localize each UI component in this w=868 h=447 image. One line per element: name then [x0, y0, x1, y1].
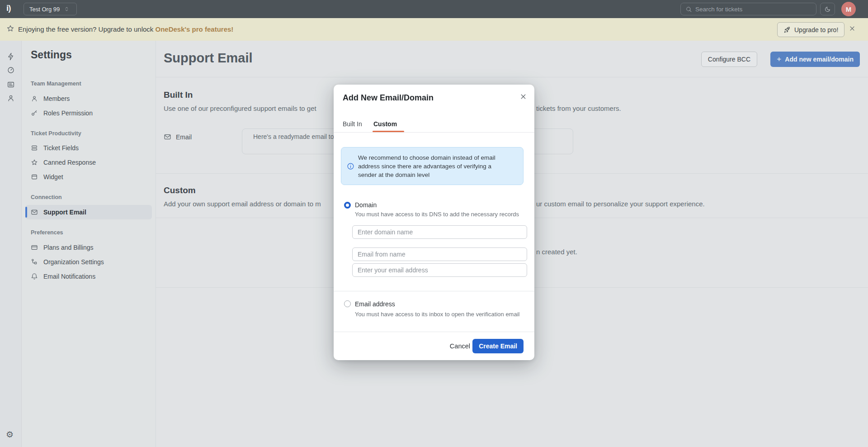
recommendation-text: We recommend to choose domain instead of…: [358, 153, 496, 179]
email-from-name-input[interactable]: [352, 247, 527, 261]
domain-option-label: Domain: [355, 201, 377, 209]
recommendation-alert: We recommend to choose domain instead of…: [341, 147, 524, 185]
modal-title: Add New Email/Domain: [343, 93, 434, 103]
add-new-email-domain-modal: Add New Email/Domain Built In Custom We …: [334, 85, 534, 360]
divider: [334, 132, 534, 133]
email-address-input[interactable]: [352, 263, 527, 277]
domain-radio[interactable]: [344, 202, 351, 209]
domain-option-description: You must have access to its DNS to add t…: [355, 211, 519, 218]
tab-built-in[interactable]: Built In: [343, 120, 362, 128]
app-root: i) Test Org 99 M Enjoying the free: [0, 0, 868, 447]
email-option-description: You must have access to its inbox to ope…: [355, 311, 519, 318]
tab-custom[interactable]: Custom: [373, 120, 397, 128]
info-icon: [347, 154, 354, 179]
create-email-button[interactable]: Create Email: [472, 339, 524, 353]
email-option-label: Email address: [355, 300, 395, 308]
divider: [334, 291, 534, 291]
modal-close-icon[interactable]: [519, 93, 527, 100]
email-address-radio[interactable]: [344, 300, 351, 307]
domain-name-input[interactable]: [352, 225, 527, 239]
cancel-button[interactable]: Cancel: [445, 339, 475, 353]
divider: [334, 332, 534, 332]
